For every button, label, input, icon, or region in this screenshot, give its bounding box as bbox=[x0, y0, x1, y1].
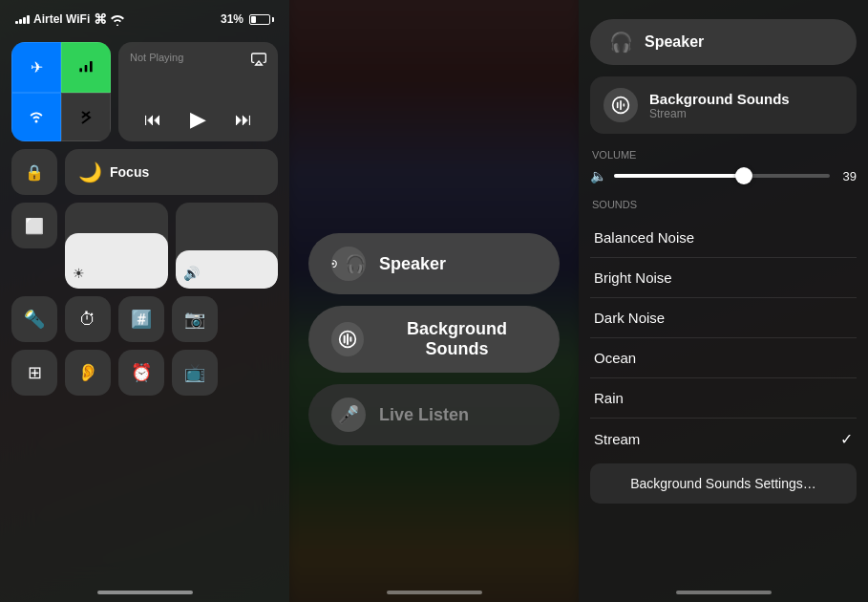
volume-thumb[interactable] bbox=[735, 167, 752, 184]
sound-settings-content: 🎧 Speaker Background Sounds Stream Volum… bbox=[579, 0, 868, 602]
sound-subtitle: Stream bbox=[649, 107, 843, 120]
sounds-section-label: Sounds bbox=[590, 199, 857, 210]
brightness-slider[interactable]: ☀ bbox=[65, 203, 168, 289]
sound-info-icon bbox=[603, 88, 638, 122]
live-listen-btn-label: Live Listen bbox=[379, 405, 469, 425]
alarm-tile[interactable]: ⏰ bbox=[118, 350, 164, 396]
svg-rect-2 bbox=[90, 61, 93, 72]
focus-tile[interactable]: 🌙 Focus bbox=[65, 149, 278, 195]
panel-control-center: Airtel WiFi ⌘ 31% ✈ bbox=[0, 0, 289, 602]
svg-marker-3 bbox=[256, 61, 263, 65]
bright-noise-label: Bright Noise bbox=[594, 269, 672, 286]
sound-info-text: Background Sounds Stream bbox=[649, 91, 843, 120]
next-btn[interactable]: ⏭ bbox=[235, 110, 252, 130]
panel-sound-settings: 🎧 Speaker Background Sounds Stream Volum… bbox=[579, 0, 868, 602]
volume-row: 🔈 39 bbox=[590, 168, 857, 183]
now-playing-label: Not Playing bbox=[130, 52, 183, 63]
svg-point-4 bbox=[332, 263, 334, 265]
speaker-pill-label: Speaker bbox=[645, 33, 704, 51]
volume-section: Volume 🔈 39 bbox=[590, 149, 857, 183]
bg-sounds-settings-btn[interactable]: Background Sounds Settings… bbox=[590, 463, 857, 504]
carrier-label: Airtel WiFi bbox=[33, 12, 90, 26]
stream-checkmark: ✓ bbox=[840, 430, 853, 448]
sound-title: Background Sounds bbox=[649, 91, 843, 107]
speaker-btn[interactable]: 🎧 Speaker bbox=[308, 233, 560, 294]
svg-rect-1 bbox=[85, 65, 88, 72]
bg-sounds-btn-label: Background Sounds bbox=[377, 319, 537, 359]
battery-icon bbox=[249, 14, 274, 25]
prev-btn[interactable]: ⏮ bbox=[144, 110, 161, 130]
dark-noise-label: Dark Noise bbox=[594, 310, 665, 326]
speaker-output-icon: 🎧 bbox=[331, 247, 366, 281]
cellular-tile[interactable] bbox=[61, 42, 111, 93]
flashlight-tile[interactable]: 🔦 bbox=[11, 296, 57, 342]
media-tile: Not Playing ⏮ ▶ ⏭ bbox=[118, 42, 278, 141]
bg-sounds-icon bbox=[331, 322, 364, 356]
sound-item-rain[interactable]: Rain bbox=[590, 378, 857, 419]
calculator-tile[interactable]: #️⃣ bbox=[118, 296, 164, 342]
sound-item-dark-noise[interactable]: Dark Noise bbox=[590, 298, 857, 338]
rain-label: Rain bbox=[594, 390, 624, 406]
speaker-btn-label: Speaker bbox=[379, 254, 446, 274]
home-bar bbox=[97, 591, 193, 594]
connectivity-group: ✈ bbox=[11, 42, 111, 141]
ear-icon: 🎧 bbox=[609, 31, 633, 54]
timer-tile[interactable]: ⏱ bbox=[65, 296, 111, 342]
live-listen-icon: 🎤 bbox=[331, 398, 366, 432]
stream-label: Stream bbox=[594, 431, 640, 447]
speaker-vol-icon: 🔊 bbox=[183, 266, 200, 281]
volume-value: 39 bbox=[837, 169, 857, 183]
status-bar: Airtel WiFi ⌘ 31% bbox=[0, 0, 289, 34]
balanced-noise-label: Balanced Noise bbox=[594, 229, 694, 246]
battery-pct-label: 31% bbox=[221, 12, 243, 26]
bluetooth-tile[interactable] bbox=[61, 93, 111, 142]
audio-output-list: 🎧 Speaker Background Sounds 🎤 Live Liste… bbox=[289, 0, 579, 602]
speaker-pill[interactable]: 🎧 Speaker bbox=[590, 19, 857, 65]
sliders-row: ☀ 🔊 bbox=[65, 203, 278, 289]
focus-label: Focus bbox=[110, 164, 149, 180]
sound-item-stream[interactable]: Stream ✓ bbox=[590, 419, 857, 460]
hearing-tile[interactable]: 👂 bbox=[65, 350, 111, 396]
sound-item-bright-noise[interactable]: Bright Noise bbox=[590, 258, 857, 298]
volume-label: Volume bbox=[590, 149, 857, 161]
cc-grid: ✈ Not Playing ⏮ bbox=[0, 34, 289, 411]
sound-item-balanced-noise[interactable]: Balanced Noise bbox=[590, 218, 857, 258]
airplane-tile[interactable]: ✈ bbox=[11, 42, 61, 93]
live-listen-btn[interactable]: 🎤 Live Listen bbox=[308, 384, 560, 445]
signal-icon bbox=[15, 14, 30, 24]
svg-rect-0 bbox=[79, 69, 82, 73]
moon-icon: 🌙 bbox=[78, 161, 102, 183]
qr-scanner-tile[interactable]: ⊞ bbox=[11, 350, 57, 396]
sounds-section: Sounds Balanced Noise Bright Noise Dark … bbox=[590, 199, 857, 460]
settings-btn-label: Background Sounds Settings… bbox=[630, 476, 816, 491]
screen-mirror-tile[interactable]: ⬜ bbox=[11, 203, 57, 248]
play-btn[interactable]: ▶ bbox=[190, 107, 206, 132]
panel-audio-output: 🎧 Speaker Background Sounds 🎤 Live Liste… bbox=[289, 0, 579, 602]
wifi-tile[interactable] bbox=[11, 93, 61, 142]
camera-tile[interactable]: 📷 bbox=[172, 296, 218, 342]
lock-rotation-tile[interactable]: 🔒 bbox=[11, 149, 57, 195]
sound-info-card: Background Sounds Stream bbox=[590, 76, 857, 134]
sound-item-ocean[interactable]: Ocean bbox=[590, 338, 857, 378]
remote-tile[interactable]: 📺 bbox=[172, 350, 218, 396]
ocean-label: Ocean bbox=[594, 350, 636, 366]
volume-slider-track[interactable] bbox=[614, 174, 830, 178]
airplay-icon[interactable] bbox=[251, 52, 266, 71]
brightness-icon: ☀ bbox=[73, 266, 85, 281]
wifi-status-icon: ⌘ bbox=[94, 11, 124, 27]
background-sounds-btn[interactable]: Background Sounds bbox=[308, 306, 560, 373]
volume-slider[interactable]: 🔊 bbox=[176, 203, 279, 289]
vol-down-icon: 🔈 bbox=[590, 168, 606, 183]
